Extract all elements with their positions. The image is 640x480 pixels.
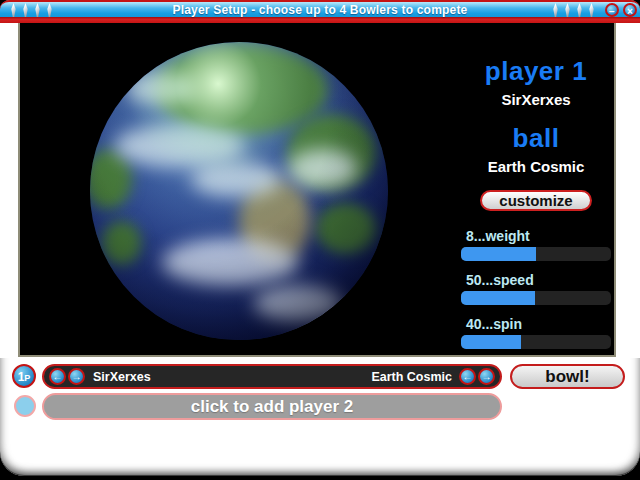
customize-button[interactable]: customize: [480, 190, 592, 211]
speed-slider-label: 50...speed: [457, 272, 615, 288]
bowl-button[interactable]: bowl!: [510, 364, 625, 389]
player1-badge[interactable]: 1P: [12, 364, 36, 388]
main-area: player 1 SirXerxes ball Earth Cosmic cus…: [0, 23, 640, 358]
player1-badge-suffix: P: [24, 373, 30, 383]
spin-slider-group: 40...spin: [457, 316, 615, 349]
earth-ball-preview: [90, 42, 388, 340]
player-heading: player 1: [457, 56, 615, 87]
spin-slider[interactable]: [461, 335, 611, 349]
speed-slider[interactable]: [461, 291, 611, 305]
player1-row-ball: Earth Cosmic: [371, 370, 452, 384]
player1-row-name: SirXerxes: [93, 370, 151, 384]
bowling-pin-icon: [551, 3, 560, 17]
window-title: Player Setup - choose up to 4 Bowlers to…: [0, 3, 640, 17]
player-setup-bar: 1P ← → SirXerxes Earth Cosmic ← → bowl! …: [0, 358, 640, 476]
speed-slider-group: 50...speed: [457, 272, 615, 305]
speed-slider-fill: [461, 291, 535, 305]
bowling-pins-right: [551, 3, 596, 17]
bowling-pin-icon: [21, 3, 30, 17]
player1-row: ← → SirXerxes Earth Cosmic ← →: [42, 364, 502, 389]
bowling-pin-icon: [563, 3, 572, 17]
title-bar: Player Setup - choose up to 4 Bowlers to…: [0, 0, 640, 17]
ball-prev-button[interactable]: ←: [459, 368, 476, 385]
player2-badge-placeholder[interactable]: [14, 395, 36, 417]
bowling-pin-icon: [9, 3, 18, 17]
earth-shading: [90, 42, 388, 340]
spin-slider-label: 40...spin: [457, 316, 615, 332]
add-player2-button[interactable]: click to add player 2: [42, 393, 502, 420]
player-name-prev-button[interactable]: ←: [49, 368, 66, 385]
spin-slider-fill: [461, 335, 521, 349]
weight-slider[interactable]: [461, 247, 611, 261]
bowling-pin-icon: [45, 3, 54, 17]
bowling-pin-icon: [587, 3, 596, 17]
ball-heading: ball: [457, 123, 615, 154]
close-button[interactable]: ×: [623, 3, 637, 17]
preview-screen: player 1 SirXerxes ball Earth Cosmic cus…: [18, 23, 616, 357]
minimize-button[interactable]: −: [605, 3, 619, 17]
weight-slider-label: 8...weight: [457, 228, 615, 244]
ball-name: Earth Cosmic: [457, 158, 615, 175]
bowling-pin-icon: [33, 3, 42, 17]
player-panel: player 1 SirXerxes ball Earth Cosmic cus…: [457, 23, 615, 349]
weight-slider-group: 8...weight: [457, 228, 615, 261]
game-window: Player Setup - choose up to 4 Bowlers to…: [0, 0, 640, 476]
player-name-next-button[interactable]: →: [68, 368, 85, 385]
ball-next-button[interactable]: →: [478, 368, 495, 385]
bowling-pin-icon: [575, 3, 584, 17]
window-controls: − ×: [605, 3, 637, 17]
bowling-pins-left: [9, 3, 54, 17]
player-name: SirXerxes: [457, 91, 615, 108]
weight-slider-fill: [461, 247, 536, 261]
